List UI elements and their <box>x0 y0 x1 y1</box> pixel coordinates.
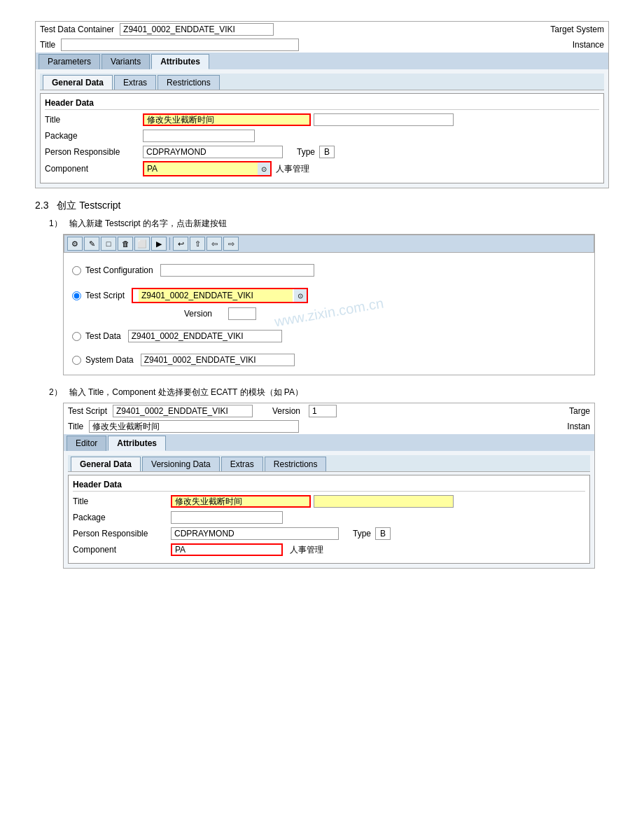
instance-label-1: Instance <box>573 40 604 50</box>
component-label-1: Component <box>45 164 143 174</box>
title-label-1: Title <box>40 40 55 50</box>
section-2-3-num: 2.3 <box>35 200 48 211</box>
type-value-1: B <box>319 146 335 158</box>
test-data-label: Test Data <box>85 331 121 341</box>
title-field-label-3: Title <box>73 496 171 506</box>
tab-attributes[interactable]: Attributes <box>151 54 209 69</box>
sub-tabs-1: General Data Extras Restrictions <box>40 74 604 90</box>
package-label-1: Package <box>45 131 143 141</box>
subtab-restrictions-3[interactable]: Restrictions <box>265 457 327 471</box>
title-field-label-1: Title <box>45 115 143 125</box>
sub-tabs-3: General Data Versioning Data Extras Rest… <box>68 455 590 472</box>
system-data-label: System Data <box>85 355 134 365</box>
person-resp-input-3[interactable] <box>171 527 339 540</box>
title-label-3: Title <box>68 422 83 431</box>
toolbar-1: ⚙ ✎ □ 🗑 ⬜ ▶ ↩ ⇧ ⇦ ⇨ <box>64 235 594 253</box>
step2-num: 2） <box>49 387 62 398</box>
tab-attributes-3[interactable]: Attributes <box>108 436 166 451</box>
person-resp-label-3: Person Responsible <box>73 529 171 538</box>
test-data-input[interactable] <box>128 330 282 342</box>
test-script-label-3: Test Script <box>68 406 107 416</box>
toolbar-btn-run[interactable]: ▶ <box>151 237 167 251</box>
tab-parameters[interactable]: Parameters <box>38 54 100 69</box>
title-field-input-3[interactable] <box>171 495 311 508</box>
test-script-lookup-btn[interactable]: ⊙ <box>294 289 307 302</box>
radio-test-data[interactable] <box>72 332 81 341</box>
step1-num: 1） <box>49 218 62 230</box>
toolbar-btn-new[interactable]: □ <box>101 237 116 251</box>
toolbar-btn-right[interactable]: ⇨ <box>223 237 239 251</box>
step1-label: 输入新建 Testscript 的名字，点击新建按钮 <box>69 218 227 230</box>
test-config-input[interactable] <box>160 264 314 277</box>
instance-label-3: Instan <box>567 422 590 431</box>
version-label-3: Version <box>272 406 300 416</box>
version-label-2: Version <box>184 309 212 319</box>
package-label-3: Package <box>73 513 171 522</box>
toolbar-btn-back[interactable]: ↩ <box>173 237 188 251</box>
tab-variants[interactable]: Variants <box>102 54 150 69</box>
component-input-1[interactable] <box>144 162 256 175</box>
main-tabs-1: Parameters Variants Attributes <box>36 53 608 69</box>
toolbar-btn-copy[interactable]: ⬜ <box>134 237 150 251</box>
toolbar-btn-settings[interactable]: ⚙ <box>67 237 83 251</box>
radio-test-script[interactable] <box>72 291 81 300</box>
type-value-3: B <box>375 527 391 540</box>
component-desc-1: 人事管理 <box>276 163 309 175</box>
test-script-input[interactable] <box>139 289 293 302</box>
section-2-3-title: 创立 Testscript <box>57 200 120 212</box>
title-input-1[interactable] <box>61 39 299 51</box>
version-row: Version <box>184 306 586 321</box>
radio-system-data[interactable] <box>72 356 81 365</box>
test-data-container-label: Test Data Container <box>40 25 114 34</box>
person-resp-input-1[interactable] <box>143 146 283 158</box>
subtab-extras-1[interactable]: Extras <box>114 75 156 90</box>
system-data-input[interactable] <box>141 354 295 366</box>
title-field-input-1[interactable] <box>143 113 311 126</box>
target-label-3: Targe <box>569 406 590 416</box>
version-input-2[interactable] <box>228 307 256 320</box>
package-input-1[interactable] <box>143 130 255 142</box>
toolbar-btn-left[interactable]: ⇦ <box>206 237 222 251</box>
target-system-label: Target System <box>550 25 604 34</box>
component-lookup-btn-1[interactable]: ⊙ <box>258 162 270 175</box>
title-input-3[interactable] <box>89 420 299 433</box>
test-script-input-3[interactable] <box>113 405 253 417</box>
toolbar-btn-delete[interactable]: 🗑 <box>118 237 133 251</box>
package-input-3[interactable] <box>171 511 283 524</box>
type-label-3: Type <box>353 529 371 538</box>
version-input-3[interactable] <box>309 405 337 417</box>
radio-test-config[interactable] <box>72 266 81 275</box>
subtab-restrictions-1[interactable]: Restrictions <box>158 75 220 90</box>
subtab-general-data-1[interactable]: General Data <box>43 75 113 90</box>
title-field-input-1b[interactable] <box>314 113 454 126</box>
header-data-title-3: Header Data <box>73 480 585 492</box>
test-data-container-input[interactable] <box>120 23 274 36</box>
header-data-title-1: Header Data <box>45 98 599 110</box>
step2-label: 输入 Title，Component 处选择要创立 ECATT 的模块（如 PA… <box>69 387 303 398</box>
subtab-versioning-data-3[interactable]: Versioning Data <box>142 457 220 471</box>
tab-editor-3[interactable]: Editor <box>66 436 106 451</box>
subtab-general-data-3[interactable]: General Data <box>71 457 141 471</box>
test-config-label: Test Configuration <box>85 265 153 275</box>
subtab-extras-3[interactable]: Extras <box>221 457 263 471</box>
component-desc-3: 人事管理 <box>290 544 323 556</box>
type-label-1: Type <box>297 147 315 157</box>
component-label-3: Component <box>73 545 171 555</box>
toolbar-btn-edit[interactable]: ✎ <box>84 237 99 251</box>
test-script-label-2: Test Script <box>85 291 125 300</box>
toolbar-btn-up[interactable]: ⇧ <box>190 237 205 251</box>
title-field-input-3b[interactable] <box>314 495 454 508</box>
person-resp-label-1: Person Responsible <box>45 147 143 157</box>
main-tabs-3: Editor Attributes <box>64 434 594 451</box>
component-input-3[interactable] <box>171 543 283 556</box>
